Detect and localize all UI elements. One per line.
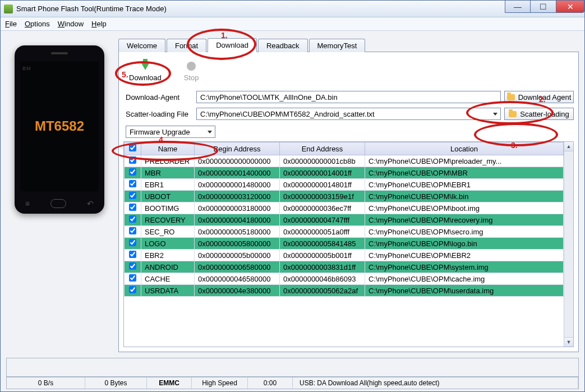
row-check[interactable] <box>125 214 141 226</box>
status-speed: 0 B/s <box>7 377 85 389</box>
table-row[interactable]: ANDROID0x00000000065800000x0000000003831… <box>125 261 564 273</box>
row-checkbox[interactable] <box>129 262 136 270</box>
menu-options[interactable]: Options <box>25 20 50 28</box>
row-checkbox[interactable] <box>129 227 136 234</box>
tab-download[interactable]: Download <box>208 38 257 52</box>
partition-table-scroll[interactable]: Name Begin Address End Address Location … <box>124 142 564 347</box>
folder-icon <box>509 111 517 117</box>
table-row[interactable]: SEC_RO0x00000000051800000x00000000051a0f… <box>125 226 564 238</box>
scatter-value: C:\myPhone\CUBE\OPM\MT6582_Android_scatt… <box>200 110 375 118</box>
close-button[interactable]: ✕ <box>556 1 584 13</box>
row-name: MBR <box>141 167 195 179</box>
row-check[interactable] <box>125 273 141 285</box>
row-end: 0x0000000005062a2af <box>280 285 365 297</box>
row-check[interactable] <box>125 167 141 179</box>
row-checkbox[interactable] <box>129 239 136 246</box>
row-check[interactable] <box>125 250 141 261</box>
row-check[interactable] <box>125 226 141 238</box>
table-row[interactable]: BOOTIMG0x00000000031800000x00000000036ec… <box>125 202 564 214</box>
stop-button[interactable]: Stop <box>184 60 199 82</box>
row-location: C:\myPhone\CUBE\OPM\recovery.img <box>365 214 564 226</box>
tab-format[interactable]: Format <box>167 39 206 52</box>
tab-memorytest[interactable]: MemoryTest <box>309 39 366 52</box>
phone-back-icon: ↶ <box>87 199 94 208</box>
row-end: 0x0000000003159e1f <box>280 191 365 202</box>
status-time: 0:00 <box>248 377 293 389</box>
header-end[interactable]: End Address <box>280 142 365 155</box>
menubar: File Options Window Help <box>1 17 584 31</box>
row-checkbox[interactable] <box>129 156 136 164</box>
partition-table: Name Begin Address End Address Location … <box>124 142 564 297</box>
table-row[interactable]: LOGO0x00000000058000000x0000000005841485… <box>125 238 564 250</box>
row-checkbox[interactable] <box>129 286 136 293</box>
row-checkbox[interactable] <box>129 168 136 176</box>
scatter-button-label: Scatter-loading <box>520 110 569 118</box>
download-agent-button[interactable]: Download Agent <box>504 91 574 103</box>
row-end: 0x0000000005b001ff <box>280 250 365 261</box>
stop-button-label: Stop <box>184 73 199 82</box>
row-check[interactable] <box>125 261 141 273</box>
row-checkbox[interactable] <box>129 215 136 223</box>
row-name: RECOVERY <box>141 214 195 226</box>
row-name: EBR1 <box>141 179 195 191</box>
tab-readback[interactable]: Readback <box>258 39 308 52</box>
minimize-button[interactable]: — <box>505 1 531 13</box>
scroll-up-icon[interactable]: ▲ <box>564 142 573 151</box>
row-check[interactable] <box>125 202 141 214</box>
row-location: C:\myPhone\CUBE\OPM\EBR2 <box>365 250 564 261</box>
table-row[interactable]: CACHE0x00000000465800000x0000000046b8609… <box>125 273 564 285</box>
row-checkbox[interactable] <box>129 274 136 282</box>
menu-file[interactable]: File <box>5 20 17 28</box>
scroll-track[interactable] <box>564 151 573 337</box>
table-row[interactable]: EBR20x0000000005b000000x0000000005b001ff… <box>125 250 564 261</box>
download-button-label: Download <box>129 73 162 82</box>
row-begin: 0x0000000003180000 <box>195 202 280 214</box>
row-end: 0x0000000046b86093 <box>280 273 365 285</box>
scroll-down-icon[interactable]: ▼ <box>564 337 573 347</box>
table-row[interactable]: RECOVERY0x00000000041800000x000000000474… <box>125 214 564 226</box>
header-location[interactable]: Location <box>365 142 564 155</box>
download-agent-input[interactable] <box>196 91 501 103</box>
scatter-loading-button[interactable]: Scatter-loading <box>504 108 574 120</box>
header-check[interactable] <box>125 142 141 155</box>
menu-help[interactable]: Help <box>91 20 107 28</box>
row-checkbox[interactable] <box>129 180 136 187</box>
row-begin: 0x0000000001400000 <box>195 167 280 179</box>
table-row[interactable]: EBR10x00000000014800000x00000000014801ff… <box>125 179 564 191</box>
phone-speaker <box>51 52 68 54</box>
table-row[interactable]: PRELOADER0x00000000000000000x00000000000… <box>125 155 564 167</box>
table-row[interactable]: MBR0x00000000014000000x00000000014001ffC… <box>125 167 564 179</box>
stop-icon <box>185 60 197 72</box>
row-check[interactable] <box>125 155 141 167</box>
menu-window[interactable]: Window <box>58 20 84 28</box>
window-controls: — ☐ ✕ <box>505 1 584 13</box>
table-row[interactable]: USRDATA0x000000004e3800000x0000000005062… <box>125 285 564 297</box>
row-check[interactable] <box>125 179 141 191</box>
tab-body: Download Stop Download-Agent Do <box>118 52 579 352</box>
row-checkbox[interactable] <box>129 251 136 258</box>
download-mode-combo[interactable]: Firmware Upgrade <box>126 126 215 138</box>
row-name: PRELOADER <box>141 155 195 167</box>
header-begin[interactable]: Begin Address <box>195 142 280 155</box>
row-check[interactable] <box>125 285 141 297</box>
download-button[interactable]: Download <box>129 60 162 82</box>
table-row[interactable]: UBOOT0x00000000031200000x0000000003159e1… <box>125 191 564 202</box>
action-bar: Download Stop <box>123 58 574 91</box>
row-checkbox[interactable] <box>129 204 136 211</box>
row-check[interactable] <box>125 238 141 250</box>
row-location: C:\myPhone\CUBE\OPM\MBR <box>365 167 564 179</box>
maximize-button[interactable]: ☐ <box>531 1 556 13</box>
header-name[interactable]: Name <box>141 142 195 155</box>
partition-table-wrap: Name Begin Address End Address Location … <box>123 141 574 347</box>
row-check[interactable] <box>125 191 141 202</box>
tab-welcome[interactable]: Welcome <box>118 39 165 52</box>
row-name: SEC_RO <box>141 226 195 238</box>
row-location: C:\myPhone\CUBE\OPM\EBR1 <box>365 179 564 191</box>
row-location: C:\myPhone\CUBE\OPM\boot.img <box>365 202 564 214</box>
row-checkbox[interactable] <box>129 192 136 199</box>
scatter-combo[interactable]: C:\myPhone\CUBE\OPM\MT6582_Android_scatt… <box>196 108 501 120</box>
row-location: C:\myPhone\CUBE\OPM\userdata.img <box>365 285 564 297</box>
row-end: 0x0000000005841485 <box>280 238 365 250</box>
header-checkbox[interactable] <box>129 144 136 151</box>
table-scrollbar[interactable]: ▲ ▼ <box>564 142 573 347</box>
